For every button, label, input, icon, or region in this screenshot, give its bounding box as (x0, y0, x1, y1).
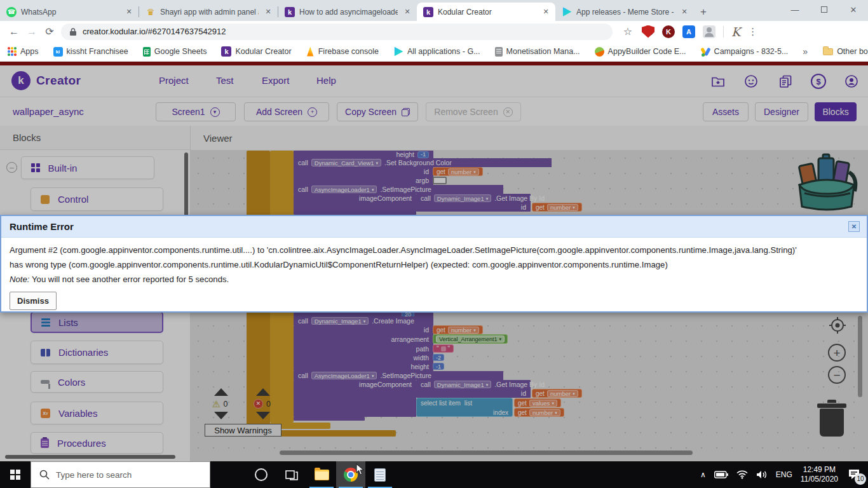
tab-asyncimageloader[interactable]: k How to add asyncimageloader ✕ (278, 3, 417, 21)
back-button[interactable]: ← (5, 26, 23, 37)
tab-close-icon[interactable]: ✕ (402, 8, 412, 16)
error-note: Note: You will not see another error rep… (10, 272, 858, 287)
runtime-error-dialog: Runtime Error ✕ Argument #2 (com.google.… (0, 215, 868, 313)
language-indicator[interactable]: ENG (776, 470, 792, 479)
bookmark-all-applications[interactable]: All applications - G... (393, 46, 480, 57)
tab-app-releases[interactable]: App releases - Meme Store - G ✕ (555, 3, 694, 21)
dismiss-button[interactable]: Dismiss (10, 292, 57, 310)
task-view-icon (285, 468, 298, 481)
bookmark-kodular-creator[interactable]: k Kodular Creator (221, 46, 291, 57)
file-explorer-icon (315, 470, 329, 480)
play-console-icon (393, 46, 403, 57)
minimize-button[interactable]: — (780, 0, 810, 19)
forward-button[interactable]: → (23, 26, 41, 37)
kodular-favicon: k (221, 46, 231, 57)
tray-date: 11/05/2020 (801, 475, 838, 484)
tab-whatsapp[interactable]: ☎ WhatsApp ✕ (0, 3, 139, 21)
adblock-extension-icon[interactable]: 6 (642, 25, 654, 38)
mouse-cursor (356, 463, 365, 476)
tray-time: 12:49 PM (801, 465, 838, 475)
extension-badge: 6 (651, 34, 658, 41)
toolbar-divider (723, 26, 724, 37)
search-icon (39, 470, 50, 480)
notepad-taskbar-button[interactable] (365, 461, 395, 488)
bookmark-label: Campaigns - 832-5... (714, 47, 789, 56)
battery-icon[interactable] (714, 471, 728, 478)
bookmark-appybuilder[interactable]: AppyBuilder Code E... (595, 47, 686, 57)
tab-title: App releases - Meme Store - G (576, 8, 675, 17)
profile-signature-avatar[interactable]: K (731, 25, 740, 39)
dialog-close-icon[interactable]: ✕ (848, 221, 860, 232)
tab-shayri-app[interactable]: ♛ Shayri app with admin panel a ✕ (139, 3, 278, 21)
kissht-icon: ki (53, 47, 63, 57)
bookmark-firebase[interactable]: Firebase console (306, 47, 379, 57)
note-label: Note: (10, 274, 30, 284)
cortana-icon (255, 468, 268, 481)
reload-button[interactable]: ⟳ (41, 25, 58, 37)
show-hidden-icons-chevron[interactable]: ∧ (700, 470, 706, 479)
a-extension-icon[interactable]: A (682, 25, 695, 38)
search-placeholder: Type here to search (56, 470, 132, 480)
cortana-button[interactable] (246, 461, 276, 488)
wifi-icon[interactable] (736, 470, 748, 479)
notification-badge: 10 (855, 473, 866, 485)
bookmark-label: Monetisation Mana... (506, 47, 580, 56)
tab-close-icon[interactable]: ✕ (263, 8, 273, 16)
file-explorer-taskbar-button[interactable] (307, 461, 336, 488)
taskbar-search-input[interactable]: Type here to search (31, 461, 210, 488)
k-extension-icon[interactable]: K (662, 25, 675, 38)
address-bar[interactable]: creator.kodular.io/#6270147637542912 (61, 24, 613, 40)
chrome-menu-icon[interactable]: ⋮ (748, 26, 757, 37)
tab-close-icon[interactable]: ✕ (679, 8, 689, 16)
tab-kodular-creator-active[interactable]: k Kodular Creator ✕ (417, 3, 555, 21)
play-console-icon (562, 7, 572, 17)
browser-toolbar: ← → ⟳ creator.kodular.io/#62701476375429… (0, 21, 868, 42)
bookmark-monetisation[interactable]: Monetisation Mana... (495, 47, 580, 57)
sheets-icon (143, 47, 151, 57)
dialog-title: Runtime Error (1, 216, 867, 238)
bookmarks-bar: Apps ki kissht Franchisee Google Sheets … (0, 42, 868, 62)
tab-title: WhatsApp (21, 8, 119, 17)
screen: ☎ WhatsApp ✕ ♛ Shayri app with admin pan… (0, 0, 868, 488)
tab-close-icon[interactable]: ✕ (124, 8, 134, 16)
url-text: creator.kodular.io/#6270147637542912 (83, 27, 226, 36)
chrome-taskbar-button[interactable] (336, 461, 365, 488)
action-center-button[interactable]: 10 (848, 468, 860, 482)
lock-icon (69, 27, 77, 36)
bookmark-kissht[interactable]: ki kissht Franchisee (53, 47, 128, 57)
clock[interactable]: 12:49 PM 11/05/2020 (801, 465, 838, 484)
bookmark-label: Apps (20, 47, 39, 56)
other-bookmarks-button[interactable]: Other bookmarks (823, 47, 868, 56)
appybuilder-icon (595, 47, 604, 57)
tab-title: Shayri app with admin panel a (160, 8, 259, 17)
close-window-button[interactable]: ✕ (839, 0, 868, 19)
bookmark-apps[interactable]: Apps (8, 47, 39, 56)
taskbar-spacer (210, 461, 246, 488)
bookmarks-overflow-button[interactable]: » (803, 46, 808, 57)
bookmark-google-sheets[interactable]: Google Sheets (143, 47, 207, 57)
volume-icon[interactable] (756, 470, 768, 479)
new-tab-button[interactable]: + (694, 3, 713, 21)
bookmark-label: Other bookmarks (837, 47, 868, 56)
maximize-icon (821, 6, 827, 13)
apps-grid-icon (8, 47, 17, 56)
toolbar-icons: ☆ 6 K A K ⋮ (621, 25, 757, 39)
tab-title: Kodular Creator (438, 8, 536, 17)
start-button[interactable] (0, 461, 31, 488)
kodular-favicon: k (285, 7, 295, 17)
bookmark-campaigns[interactable]: Campaigns - 832-5... (701, 47, 789, 57)
firebase-icon (306, 47, 315, 57)
browser-tab-strip: ☎ WhatsApp ✕ ♛ Shayri app with admin pan… (0, 0, 868, 21)
bookmark-star-icon[interactable]: ☆ (621, 25, 634, 37)
tab-close-icon[interactable]: ✕ (541, 8, 551, 16)
bookmark-label: Kodular Creator (235, 47, 291, 56)
tab-title: How to add asyncimageloader (299, 8, 398, 17)
task-view-button[interactable] (276, 461, 307, 488)
person-extension-icon[interactable] (703, 25, 715, 38)
note-text: You will not see another error reported … (30, 274, 229, 284)
bookmark-label: AppyBuilder Code E... (608, 47, 686, 56)
notepad-icon (374, 468, 386, 482)
error-line-1: Argument #2 (com.google.appinventor.comp… (10, 243, 858, 257)
whatsapp-icon: ☎ (6, 7, 17, 17)
maximize-button[interactable] (810, 0, 839, 19)
